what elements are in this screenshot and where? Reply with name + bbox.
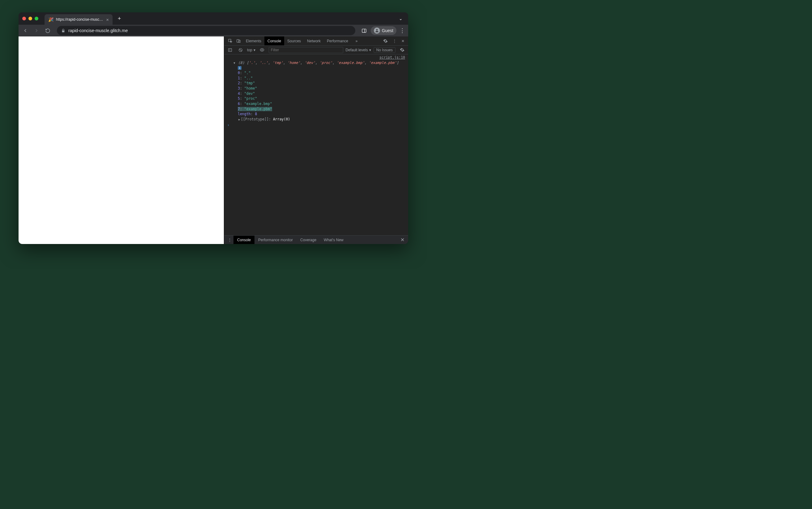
execution-context-selector[interactable]: top ▾ xyxy=(247,48,255,52)
devtools-menu-button[interactable]: ⋮ xyxy=(391,36,398,45)
browser-menu-button[interactable]: ⋮ xyxy=(400,27,405,34)
array-length-row: length: 8 xyxy=(238,111,407,117)
array-item-row[interactable]: 3: "home" xyxy=(238,86,407,91)
console-settings-button[interactable] xyxy=(398,46,406,54)
array-item-row[interactable]: 4: "dev" xyxy=(238,91,407,96)
tab-close-button[interactable]: × xyxy=(106,17,109,22)
toolbar-right: Guest ⋮ xyxy=(361,26,405,35)
array-prototype-row[interactable]: [[Prototype]]: Array(0) xyxy=(238,117,407,122)
log-levels-selector[interactable]: Default levels ▾ xyxy=(346,48,371,52)
console-log-line[interactable]: (8) ['.', '..', 'tmp', 'home', 'dev', 'p… xyxy=(225,60,407,66)
chevron-down-icon: ▾ xyxy=(369,48,371,52)
drawer-close-button[interactable]: ✕ xyxy=(399,237,406,243)
reload-button[interactable] xyxy=(44,27,51,34)
svg-point-1 xyxy=(376,29,378,31)
window-controls xyxy=(22,17,38,21)
tab-sources[interactable]: Sources xyxy=(284,36,304,45)
back-button[interactable] xyxy=(22,27,29,34)
avatar-icon xyxy=(374,28,380,34)
svg-point-7 xyxy=(261,49,262,50)
address-bar[interactable]: rapid-concise-muscle.glitch.me xyxy=(57,26,355,35)
device-toolbar-button[interactable] xyxy=(235,36,243,45)
issues-button[interactable]: No Issues xyxy=(374,47,396,53)
console-prompt[interactable]: › xyxy=(225,122,407,129)
inspect-element-button[interactable] xyxy=(226,36,235,45)
more-tabs-button[interactable]: » xyxy=(352,36,361,45)
drawer-menu-button[interactable]: ⋮ xyxy=(226,238,233,242)
array-item-row[interactable]: 7: "example.pbm" xyxy=(238,107,407,112)
side-panel-button[interactable] xyxy=(361,27,368,34)
live-expression-button[interactable] xyxy=(258,46,266,54)
devtools-settings-button[interactable] xyxy=(381,36,389,45)
url-text: rapid-concise-muscle.glitch.me xyxy=(68,28,128,33)
clear-console-button[interactable] xyxy=(237,46,245,54)
browser-window: 🎉 https://rapid-concise-muscle.g × + ⌄ r… xyxy=(19,12,408,244)
browser-tab[interactable]: 🎉 https://rapid-concise-muscle.g × xyxy=(44,14,113,25)
tabs-dropdown-button[interactable]: ⌄ xyxy=(399,16,404,21)
tab-console[interactable]: Console xyxy=(264,36,284,45)
minimize-window-button[interactable] xyxy=(28,17,32,21)
svg-rect-0 xyxy=(362,29,366,32)
drawer-tab-whatsnew[interactable]: What's New xyxy=(320,236,347,244)
devtools-drawer: ⋮ Console Performance monitor Coverage W… xyxy=(224,235,408,244)
profile-label: Guest xyxy=(382,28,393,33)
devtools-close-button[interactable]: ✕ xyxy=(400,36,406,45)
array-item-row[interactable]: 5: "proc" xyxy=(238,96,407,101)
profile-chip[interactable]: Guest xyxy=(371,26,397,35)
array-item-row[interactable]: 0: "." xyxy=(238,70,407,76)
expand-caret-icon[interactable] xyxy=(238,117,241,122)
array-item-row[interactable]: 1: ".." xyxy=(238,76,407,81)
new-tab-button[interactable]: + xyxy=(115,14,124,23)
array-item-row[interactable]: 6: "example.bmp" xyxy=(238,101,407,107)
console-sidebar-toggle[interactable] xyxy=(226,46,234,54)
info-icon: i xyxy=(238,66,242,70)
maximize-window-button[interactable] xyxy=(35,17,38,21)
context-label: top xyxy=(247,48,252,52)
chevron-down-icon: ▾ xyxy=(254,48,255,52)
content-area: Elements Console Sources Network Perform… xyxy=(19,36,408,244)
drawer-tab-coverage[interactable]: Coverage xyxy=(296,236,320,244)
levels-label: Default levels xyxy=(346,48,368,52)
favicon-icon: 🎉 xyxy=(48,17,54,22)
page-viewport[interactable] xyxy=(19,36,224,244)
drawer-tab-perfmon[interactable]: Performance monitor xyxy=(254,236,296,244)
forward-button[interactable] xyxy=(33,27,40,34)
tab-strip: 🎉 https://rapid-concise-muscle.g × + ⌄ xyxy=(19,12,408,25)
close-window-button[interactable] xyxy=(22,17,26,21)
toolbar: rapid-concise-muscle.glitch.me Guest ⋮ xyxy=(19,25,408,36)
expand-caret-icon[interactable] xyxy=(233,60,236,66)
tab-elements[interactable]: Elements xyxy=(243,36,264,45)
tab-network[interactable]: Network xyxy=(304,36,324,45)
tab-title: https://rapid-concise-muscle.g xyxy=(56,17,103,22)
console-output[interactable]: script.js:10 (8) ['.', '..', 'tmp', 'hom… xyxy=(224,54,408,235)
array-item-row[interactable]: 2: "tmp" xyxy=(238,80,407,86)
console-toolbar: top ▾ Default levels ▾ No Issues xyxy=(224,46,408,54)
lock-icon xyxy=(61,29,65,33)
array-items: 0: "."1: ".."2: "tmp"3: "home"4: "dev"5:… xyxy=(225,70,407,111)
devtools-tabbar: Elements Console Sources Network Perform… xyxy=(224,36,408,46)
devtools-panel: Elements Console Sources Network Perform… xyxy=(224,36,408,244)
tab-performance[interactable]: Performance xyxy=(324,36,351,45)
source-link[interactable]: script.js:10 xyxy=(379,55,405,60)
drawer-tab-console[interactable]: Console xyxy=(233,236,254,244)
console-filter-input[interactable] xyxy=(269,47,343,53)
array-count: (8) xyxy=(238,61,245,65)
